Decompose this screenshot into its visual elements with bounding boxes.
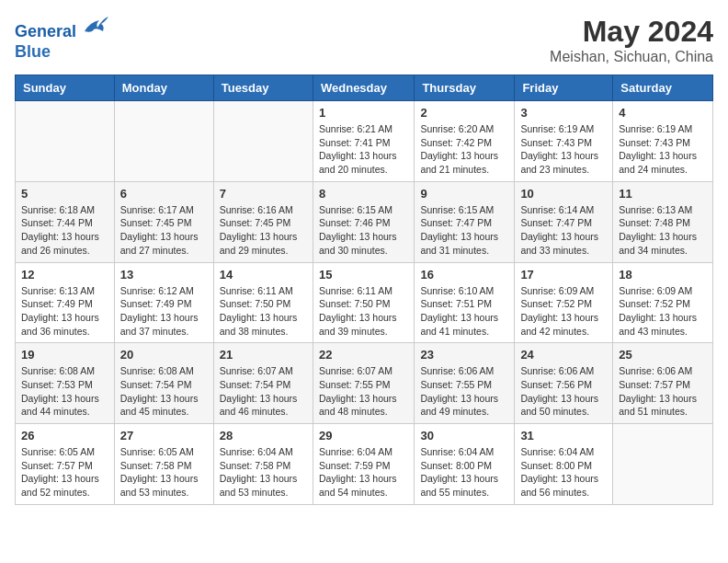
calendar-week-row: 12Sunrise: 6:13 AM Sunset: 7:49 PM Dayli… — [16, 262, 713, 343]
day-number: 30 — [420, 429, 508, 442]
weekday-header-tuesday: Tuesday — [213, 75, 313, 101]
calendar-day-9: 9Sunrise: 6:15 AM Sunset: 7:47 PM Daylig… — [415, 181, 515, 262]
day-info: Sunrise: 6:16 AM Sunset: 7:45 PM Dayligh… — [220, 203, 307, 258]
day-info: Sunrise: 6:04 AM Sunset: 8:00 PM Dayligh… — [520, 445, 607, 500]
weekday-header-monday: Monday — [114, 75, 213, 101]
day-info: Sunrise: 6:15 AM Sunset: 7:46 PM Dayligh… — [319, 203, 408, 258]
logo-bird-icon — [83, 15, 110, 37]
day-info: Sunrise: 6:08 AM Sunset: 7:54 PM Dayligh… — [120, 364, 208, 419]
calendar-day-20: 20Sunrise: 6:08 AM Sunset: 7:54 PM Dayli… — [114, 343, 213, 424]
calendar-day-22: 22Sunrise: 6:07 AM Sunset: 7:55 PM Dayli… — [313, 343, 414, 424]
title-block: May 2024 Meishan, Sichuan, China — [550, 15, 713, 65]
weekday-header-sunday: Sunday — [16, 75, 115, 101]
calendar-day-8: 8Sunrise: 6:15 AM Sunset: 7:46 PM Daylig… — [313, 181, 414, 262]
weekday-header-friday: Friday — [515, 75, 613, 101]
day-info: Sunrise: 6:18 AM Sunset: 7:44 PM Dayligh… — [21, 203, 108, 258]
day-number: 17 — [520, 268, 607, 282]
logo-text: General Blue — [15, 15, 110, 62]
day-number: 24 — [520, 348, 607, 362]
calendar-empty-cell — [213, 101, 313, 182]
calendar-empty-cell — [613, 424, 713, 505]
day-number: 20 — [120, 348, 208, 362]
day-number: 7 — [220, 187, 307, 201]
calendar-day-15: 15Sunrise: 6:11 AM Sunset: 7:50 PM Dayli… — [313, 262, 414, 343]
day-number: 31 — [520, 429, 607, 442]
calendar-day-12: 12Sunrise: 6:13 AM Sunset: 7:49 PM Dayli… — [16, 262, 115, 343]
day-info: Sunrise: 6:06 AM Sunset: 7:55 PM Dayligh… — [420, 364, 508, 419]
calendar-day-1: 1Sunrise: 6:21 AM Sunset: 7:41 PM Daylig… — [313, 101, 414, 182]
day-number: 6 — [120, 187, 208, 201]
calendar-day-29: 29Sunrise: 6:04 AM Sunset: 7:59 PM Dayli… — [313, 424, 414, 505]
day-number: 3 — [520, 106, 607, 120]
day-number: 28 — [220, 429, 307, 442]
day-number: 21 — [220, 348, 307, 362]
day-info: Sunrise: 6:14 AM Sunset: 7:47 PM Dayligh… — [520, 203, 607, 258]
day-number: 22 — [319, 348, 408, 362]
calendar-day-16: 16Sunrise: 6:10 AM Sunset: 7:51 PM Dayli… — [415, 262, 515, 343]
page-title: May 2024 — [550, 15, 713, 49]
day-number: 23 — [420, 348, 508, 362]
day-info: Sunrise: 6:11 AM Sunset: 7:50 PM Dayligh… — [220, 284, 307, 339]
calendar-week-row: 1Sunrise: 6:21 AM Sunset: 7:41 PM Daylig… — [16, 101, 713, 182]
calendar-empty-cell — [16, 101, 115, 182]
day-info: Sunrise: 6:07 AM Sunset: 7:54 PM Dayligh… — [220, 364, 307, 419]
day-number: 25 — [619, 348, 707, 362]
day-info: Sunrise: 6:17 AM Sunset: 7:45 PM Dayligh… — [120, 203, 208, 258]
day-number: 16 — [420, 268, 508, 282]
day-number: 29 — [319, 429, 408, 442]
calendar-day-27: 27Sunrise: 6:05 AM Sunset: 7:58 PM Dayli… — [114, 424, 213, 505]
weekday-header-wednesday: Wednesday — [313, 75, 414, 101]
calendar-day-24: 24Sunrise: 6:06 AM Sunset: 7:56 PM Dayli… — [515, 343, 613, 424]
calendar-day-21: 21Sunrise: 6:07 AM Sunset: 7:54 PM Dayli… — [213, 343, 313, 424]
day-info: Sunrise: 6:12 AM Sunset: 7:49 PM Dayligh… — [120, 284, 208, 339]
calendar-day-14: 14Sunrise: 6:11 AM Sunset: 7:50 PM Dayli… — [213, 262, 313, 343]
calendar-day-26: 26Sunrise: 6:05 AM Sunset: 7:57 PM Dayli… — [16, 424, 115, 505]
calendar-day-11: 11Sunrise: 6:13 AM Sunset: 7:48 PM Dayli… — [613, 181, 713, 262]
day-number: 27 — [120, 429, 208, 442]
weekday-header-saturday: Saturday — [613, 75, 713, 101]
day-info: Sunrise: 6:08 AM Sunset: 7:53 PM Dayligh… — [21, 364, 108, 419]
day-number: 11 — [619, 187, 707, 201]
day-number: 5 — [21, 187, 108, 201]
day-info: Sunrise: 6:09 AM Sunset: 7:52 PM Dayligh… — [619, 284, 707, 339]
day-info: Sunrise: 6:04 AM Sunset: 8:00 PM Dayligh… — [420, 445, 508, 500]
calendar-day-4: 4Sunrise: 6:19 AM Sunset: 7:43 PM Daylig… — [613, 101, 713, 182]
day-number: 15 — [319, 268, 408, 282]
calendar-day-18: 18Sunrise: 6:09 AM Sunset: 7:52 PM Dayli… — [613, 262, 713, 343]
calendar-day-28: 28Sunrise: 6:04 AM Sunset: 7:58 PM Dayli… — [213, 424, 313, 505]
day-info: Sunrise: 6:07 AM Sunset: 7:55 PM Dayligh… — [319, 364, 408, 419]
calendar-day-23: 23Sunrise: 6:06 AM Sunset: 7:55 PM Dayli… — [415, 343, 515, 424]
calendar-day-5: 5Sunrise: 6:18 AM Sunset: 7:44 PM Daylig… — [16, 181, 115, 262]
logo: General Blue — [15, 15, 110, 62]
day-info: Sunrise: 6:04 AM Sunset: 7:59 PM Dayligh… — [319, 445, 408, 500]
day-number: 18 — [619, 268, 707, 282]
calendar-day-19: 19Sunrise: 6:08 AM Sunset: 7:53 PM Dayli… — [16, 343, 115, 424]
day-number: 19 — [21, 348, 108, 362]
day-info: Sunrise: 6:06 AM Sunset: 7:57 PM Dayligh… — [619, 364, 707, 419]
calendar-week-row: 26Sunrise: 6:05 AM Sunset: 7:57 PM Dayli… — [16, 424, 713, 505]
day-number: 2 — [420, 106, 508, 120]
calendar-empty-cell — [114, 101, 213, 182]
day-number: 8 — [319, 187, 408, 201]
calendar-body: 1Sunrise: 6:21 AM Sunset: 7:41 PM Daylig… — [16, 101, 713, 505]
day-info: Sunrise: 6:05 AM Sunset: 7:58 PM Dayligh… — [120, 445, 208, 500]
day-info: Sunrise: 6:19 AM Sunset: 7:43 PM Dayligh… — [619, 122, 707, 177]
day-number: 26 — [21, 429, 108, 442]
day-info: Sunrise: 6:09 AM Sunset: 7:52 PM Dayligh… — [520, 284, 607, 339]
calendar-day-7: 7Sunrise: 6:16 AM Sunset: 7:45 PM Daylig… — [213, 181, 313, 262]
day-info: Sunrise: 6:21 AM Sunset: 7:41 PM Dayligh… — [319, 122, 408, 177]
calendar-table: SundayMondayTuesdayWednesdayThursdayFrid… — [15, 75, 713, 505]
calendar-day-25: 25Sunrise: 6:06 AM Sunset: 7:57 PM Dayli… — [613, 343, 713, 424]
day-number: 1 — [319, 106, 408, 120]
day-number: 10 — [520, 187, 607, 201]
day-info: Sunrise: 6:13 AM Sunset: 7:49 PM Dayligh… — [21, 284, 108, 339]
calendar-day-13: 13Sunrise: 6:12 AM Sunset: 7:49 PM Dayli… — [114, 262, 213, 343]
calendar-header-row: SundayMondayTuesdayWednesdayThursdayFrid… — [16, 75, 713, 101]
day-info: Sunrise: 6:04 AM Sunset: 7:58 PM Dayligh… — [220, 445, 307, 500]
calendar-day-17: 17Sunrise: 6:09 AM Sunset: 7:52 PM Dayli… — [515, 262, 613, 343]
calendar-day-6: 6Sunrise: 6:17 AM Sunset: 7:45 PM Daylig… — [114, 181, 213, 262]
calendar-week-row: 5Sunrise: 6:18 AM Sunset: 7:44 PM Daylig… — [16, 181, 713, 262]
day-number: 14 — [220, 268, 307, 282]
page-header: General Blue May 2024 Meishan, Sichuan, … — [15, 15, 713, 65]
day-info: Sunrise: 6:11 AM Sunset: 7:50 PM Dayligh… — [319, 284, 408, 339]
